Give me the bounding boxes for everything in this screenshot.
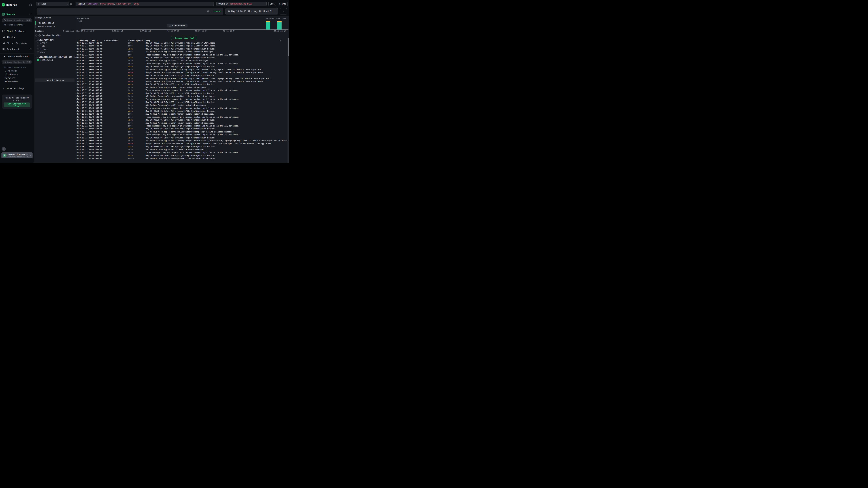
table-row[interactable]: ›May 16 11:38:40.683 AMinfoThose message… xyxy=(76,62,289,65)
table-row[interactable]: ›May 16 11:38:40.683 AMinfoASL Module "c… xyxy=(76,112,289,116)
search-query-input[interactable]: * SQL | Lucene xyxy=(37,8,223,14)
checkbox-icon[interactable] xyxy=(37,51,39,53)
preset-kubernetes[interactable]: Kubernetes xyxy=(5,80,18,83)
table-row[interactable]: ›May 16 11:38:40.683 AMwarnMay 16 00:30:… xyxy=(76,136,289,139)
log-attribute-filter-field: LogAttributes['log.file.nam Clear xyxy=(36,56,80,58)
table-row[interactable]: ›May 16 11:38:40.683 AMinfoASL Module "c… xyxy=(76,95,289,98)
checkbox-icon[interactable] xyxy=(35,35,37,36)
sidebar-item-search[interactable]: Search xyxy=(0,11,34,17)
table-row[interactable]: ›May 16 11:38:40.683 AMinfoASL Module "c… xyxy=(76,148,289,151)
table-row[interactable]: ›May 16 11:38:40.683 AMinfoASL Module "c… xyxy=(76,122,289,125)
sidebar-item-alerts[interactable]: Alerts xyxy=(0,35,34,39)
table-row[interactable]: ›May 16 11:38:40.683 AMinfoThose message… xyxy=(76,151,289,154)
scrollbar-track[interactable] xyxy=(287,38,289,163)
source-settings-gear-icon[interactable]: ⚙ xyxy=(70,2,72,6)
table-row[interactable]: ›May 16 11:38:40.683 AMinfoMay 16 00:21:… xyxy=(76,41,289,44)
chevron-up-icon[interactable] xyxy=(29,48,31,50)
severity-option-trace[interactable]: trace xyxy=(37,48,46,51)
table-row[interactable]: ›May 16 11:38:40.683 AMerrorOutput param… xyxy=(76,80,289,83)
clear-all-button[interactable]: Clear all xyxy=(63,30,74,32)
table-row[interactable]: ›May 16 11:38:40.683 AMwarnMay 16 00:30:… xyxy=(76,65,289,68)
table-row[interactable]: ›May 16 11:38:40.683 AMinfoASL Module "c… xyxy=(76,51,289,53)
severity-option-error[interactable]: error xyxy=(37,42,46,44)
severity-option-info[interactable]: info xyxy=(37,45,45,47)
preset-services[interactable]: Services xyxy=(5,77,16,79)
table-row[interactable]: ›May 16 11:38:40.683 AMinfoASL Module "c… xyxy=(76,86,289,89)
preset-clickhouse[interactable]: Clickhouse xyxy=(5,73,18,76)
table-row[interactable]: ›May 16 11:38:40.683 AMinfoASL Module "c… xyxy=(76,59,289,62)
lucene-toggle[interactable]: Lucene xyxy=(214,10,221,12)
scrollbar-thumb[interactable] xyxy=(288,38,289,56)
checkbox-icon[interactable] xyxy=(37,48,39,50)
order-by-input[interactable]: ORDER BY TimestampTime DESC xyxy=(216,2,267,6)
date-range-picker[interactable]: May 16 08:41:51 - May 16 11:41:51 xyxy=(225,8,278,14)
sidebar-item-team-settings[interactable]: ⚙ Team Settings xyxy=(0,87,34,90)
table-row[interactable]: ›May 16 11:38:40.683 AMwarnMay 16 00:30:… xyxy=(76,83,289,86)
severity-option-warn[interactable]: warn xyxy=(37,51,45,54)
sidebar-item-chart-explorer[interactable]: Chart Explorer xyxy=(0,29,34,33)
save-button[interactable]: Save xyxy=(268,2,276,6)
table-row[interactable]: ›May 16 11:38:40.683 AMwarnMay 16 00:30:… xyxy=(76,110,289,112)
user-menu[interactable]: D demos@clickhouse.com demos@clickhouse.… xyxy=(1,152,33,158)
histogram-bar[interactable] xyxy=(266,21,270,29)
resume-live-tail-button[interactable]: ⚡ Resume Live Tail xyxy=(171,36,196,40)
table-row[interactable]: ›May 16 11:38:40.683 AMwarnMay 16 00:30:… xyxy=(76,74,289,77)
table-row[interactable]: ›May 16 11:38:40.683 AMinfoMay 16 00:06:… xyxy=(76,44,289,47)
table-options-kebab-icon[interactable]: ⋮ xyxy=(280,39,282,42)
table-row[interactable]: ›May 16 11:38:40.683 AMwarnMay 16 00:30:… xyxy=(76,119,289,122)
less-filters-button[interactable]: Less filters xyxy=(35,78,74,82)
table-row[interactable]: ›May 16 11:38:40.683 AMinfoThose message… xyxy=(76,116,289,119)
saved-dashboards-input[interactable]: Saved Dashboards ⌘ K xyxy=(2,60,32,64)
mode-results-table[interactable]: Results Table xyxy=(35,21,54,25)
table-row[interactable]: ›May 16 11:38:40.683 AMerrorOutput param… xyxy=(76,142,289,145)
table-row[interactable]: ›May 16 11:38:40.683 AMinfoThose message… xyxy=(76,125,289,127)
system-log-checkbox[interactable]: ✓ system.log xyxy=(37,59,53,61)
date-range-value: May 16 08:41:51 - May 16 11:41:51 xyxy=(231,10,273,13)
sql-toggle[interactable]: SQL xyxy=(207,10,210,12)
table-row[interactable]: ›May 16 11:38:40.683 AMwarnMay 16 00:30:… xyxy=(76,127,289,130)
table-row[interactable]: ›May 16 11:38:40.683 AMinfoASL Module "c… xyxy=(76,139,289,142)
table-row[interactable]: ›May 16 11:38:40.683 AMinfoThose message… xyxy=(76,98,289,101)
table-row[interactable]: ›May 16 11:38:40.683 AMinfoThose message… xyxy=(76,133,289,136)
presets-toggle[interactable]: PRESETS xyxy=(4,70,18,72)
select-query-input[interactable]: SELECT Timestamp, ServiceName, SeverityT… xyxy=(75,2,214,6)
histogram-bar[interactable] xyxy=(277,21,282,29)
table-row[interactable]: ›May 16 11:38:40.683 AMwarnMay 16 00:30:… xyxy=(76,56,289,59)
view-events-button[interactable]: View Events xyxy=(167,24,188,28)
table-row[interactable]: ›May 16 11:38:40.683 AMwarnMay 16 00:30:… xyxy=(76,92,289,95)
source-select[interactable]: Logs ⌃⌃ xyxy=(36,2,69,6)
checkbox-checked-icon[interactable]: ✓ xyxy=(37,59,39,61)
column-drag-handle-icon[interactable]: ⋮ xyxy=(144,40,145,41)
table-row[interactable]: ›May 16 11:38:40.683 AMerrorOutput param… xyxy=(76,71,289,74)
table-row[interactable]: ›May 16 11:38:40.683 AMinfoASL Module "c… xyxy=(76,68,289,71)
saved-searches-input[interactable]: Saved Searches ⌘ K xyxy=(2,18,32,22)
chevron-up-icon[interactable] xyxy=(29,13,31,15)
alerts-button[interactable]: Alerts xyxy=(278,2,288,6)
get-started-button[interactable]: Get Started for Free xyxy=(4,102,30,107)
sidebar-item-client-sessions[interactable]: Client Sessions xyxy=(0,41,34,45)
table-row[interactable]: ›May 16 11:38:40.683 AMtraceASL Module "… xyxy=(76,157,289,160)
create-dashboard-button[interactable]: + Create Dashboard xyxy=(0,55,34,58)
avatar: D xyxy=(3,154,6,157)
column-drag-handle-icon[interactable]: ⋮ xyxy=(126,40,128,41)
column-drag-handle-icon[interactable]: ⋮ xyxy=(102,40,104,41)
checkbox-icon[interactable] xyxy=(37,42,39,44)
table-row[interactable]: ›May 16 11:38:40.683 AMinfoASL Module "c… xyxy=(76,77,289,80)
sidebar-collapse-icon[interactable] xyxy=(29,4,32,6)
table-row[interactable]: ›May 16 11:38:40.683 AMinfoThose message… xyxy=(76,54,289,56)
help-button[interactable]: ? xyxy=(2,147,6,151)
denoise-results-checkbox[interactable]: Denoise Results xyxy=(35,34,61,37)
cell-severity: info xyxy=(128,104,132,106)
table-row[interactable]: ›May 16 11:38:40.683 AMwarnMay 16 00:30:… xyxy=(76,101,289,104)
table-row[interactable]: ›May 16 11:38:40.683 AMwarnMay 16 00:30:… xyxy=(76,145,289,148)
table-row[interactable]: ›May 16 11:38:40.683 AMinfoThose message… xyxy=(76,107,289,110)
table-row[interactable]: ›May 16 11:38:40.683 AMwarnMay 16 00:30:… xyxy=(76,47,289,51)
mode-event-patterns[interactable]: Event Patterns xyxy=(35,25,55,28)
checkbox-icon[interactable] xyxy=(37,45,39,47)
table-row[interactable]: ›May 16 11:38:40.683 AMwarnMay 16 00:30:… xyxy=(76,154,289,157)
sidebar-item-dashboards[interactable]: Dashboards xyxy=(0,47,34,51)
run-query-button[interactable]: ▷ xyxy=(280,8,287,14)
table-row[interactable]: ›May 16 11:38:40.683 AMinfoASL Module "c… xyxy=(76,104,289,107)
table-row[interactable]: ›May 16 11:38:40.683 AMinfoASL Module "c… xyxy=(76,130,289,133)
table-row[interactable]: ›May 16 11:38:40.683 AMinfoThose message… xyxy=(76,89,289,92)
